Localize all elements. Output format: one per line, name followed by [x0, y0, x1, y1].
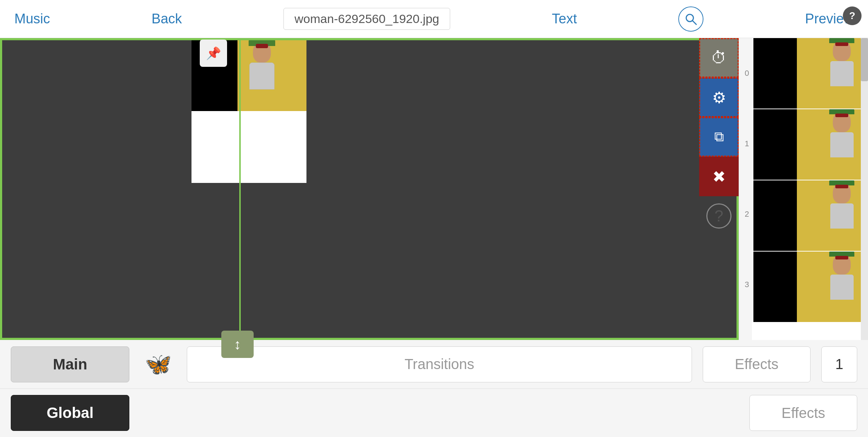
copy-button[interactable]: ⧉: [699, 117, 739, 157]
settings-icon: ⚙: [712, 88, 726, 107]
preview-thumb-3: [753, 180, 868, 251]
top-nav: Music Back woman-6292560_1920.jpg Text P…: [0, 0, 868, 38]
canvas-right-dark: [306, 39, 738, 183]
main-button[interactable]: Main: [11, 346, 129, 382]
preview-thumb-2: [753, 109, 868, 180]
file-title: woman-6292560_1920.jpg: [283, 8, 451, 30]
duration-button[interactable]: ⏱: [699, 38, 739, 78]
effects-button-1[interactable]: Effects: [703, 346, 811, 382]
clock-icon: ⏱: [711, 49, 727, 67]
help-icon: ?: [706, 203, 731, 229]
canvas-border-left: [1, 39, 2, 339]
global-button[interactable]: Global: [11, 395, 129, 431]
counter-button[interactable]: 1: [821, 346, 857, 382]
transitions-button[interactable]: Transitions: [187, 346, 692, 382]
preview-panel: 0 1 2 3 4: [739, 38, 868, 340]
delete-icon: ✖: [712, 167, 726, 186]
search-button[interactable]: [678, 6, 703, 32]
ruler-mark-3: 3: [739, 249, 752, 320]
ruler-mark-2: 2: [739, 179, 752, 249]
music-button[interactable]: Music: [14, 11, 50, 27]
vertical-toolbar: ⏱ ⚙ ⧉ ✖ ?: [699, 38, 739, 236]
butterfly-icon: 🦋: [140, 346, 176, 382]
preview-thumb-1: [753, 38, 868, 109]
canvas-area: [0, 38, 739, 340]
pin-icon: 📌: [206, 46, 221, 60]
bottom-bar-row1: Main 🦋 Transitions Effects 1: [0, 340, 868, 388]
text-button[interactable]: Text: [552, 11, 577, 27]
ruler-mark-1: 1: [739, 109, 752, 179]
ruler: 0 1 2 3 4: [739, 38, 752, 340]
resize-icon: ↕: [234, 336, 241, 353]
canvas-border-bottom: [1, 338, 738, 339]
preview-thumbnails: [753, 38, 868, 340]
delete-button[interactable]: ✖: [699, 157, 739, 196]
settings-button[interactable]: ⚙: [699, 78, 739, 117]
effects-button-2[interactable]: Effects: [749, 395, 857, 431]
svg-line-1: [693, 21, 696, 24]
copy-icon: ⧉: [714, 129, 724, 145]
help-button[interactable]: ?: [843, 6, 862, 25]
woman-figure: [240, 41, 283, 109]
bottom-bar-row2: Global Effects: [0, 388, 868, 437]
canvas-border-top: [1, 39, 738, 40]
canvas-white-space: [191, 111, 306, 183]
help-toolbar-button[interactable]: ?: [699, 196, 739, 236]
back-button[interactable]: Back: [152, 11, 182, 27]
ruler-mark-4: 4: [739, 320, 752, 340]
scrollbar-thumb[interactable]: [861, 38, 868, 81]
green-separator-1: [239, 38, 241, 340]
preview-thumb-4: [753, 252, 868, 322]
ruler-mark-0: 0: [739, 38, 752, 109]
pin-button[interactable]: 📌: [200, 40, 227, 67]
resize-handle[interactable]: ↕: [221, 331, 254, 358]
canvas-left-dark: [1, 39, 191, 183]
